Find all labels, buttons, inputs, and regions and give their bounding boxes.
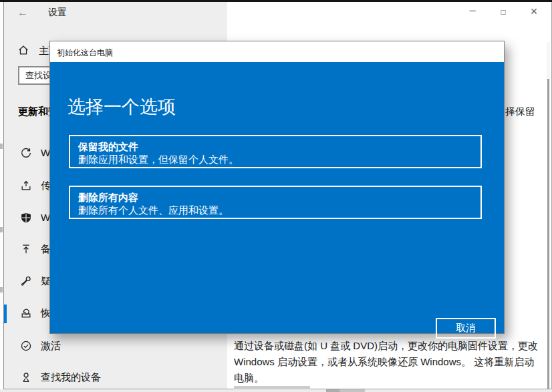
- option-title: 删除所有内容: [78, 191, 472, 204]
- option-description: 删除应用和设置，但保留个人文件。: [78, 153, 472, 166]
- close-button[interactable]: ×: [523, 2, 545, 22]
- cancel-button[interactable]: 取消: [436, 318, 496, 339]
- dialog-body: 选择一个选项 保留我的文件 删除应用和设置，但保留个人文件。 删除所有内容 删除…: [50, 62, 504, 333]
- window-top-border: [0, 0, 552, 2]
- wrench-icon: [20, 275, 32, 287]
- sidebar-item-activation[interactable]: 激活: [4, 337, 227, 356]
- keep-my-files-option[interactable]: 保留我的文件 删除应用和设置，但保留个人文件。: [69, 135, 482, 168]
- maximize-button[interactable]: □: [492, 2, 515, 22]
- taskbar-sliver-segment: [339, 389, 365, 392]
- app-title: 设置: [48, 7, 67, 19]
- screen: ← 设置 ─ □ × 主页 查找设置 更新和安全 Windows 更新 传递优化: [0, 0, 552, 392]
- settings-titlebar: ← 设置 ─ □ ×: [4, 2, 552, 23]
- occluded-page-text: 择保留: [505, 106, 535, 118]
- option-description: 删除所有个人文件、应用和设置。: [78, 204, 472, 216]
- scrollbar-thumb[interactable]: [547, 79, 549, 389]
- check-circle-icon: [20, 340, 32, 352]
- background-text-fragment: [0, 227, 3, 232]
- taskbar-sliver: [0, 389, 552, 392]
- sidebar-item-label: 激活: [41, 340, 61, 353]
- option-title: 保留我的文件: [78, 140, 472, 153]
- home-icon: [17, 44, 29, 56]
- sidebar-item-label: 查找我的设备: [41, 371, 101, 384]
- recovery-icon: [20, 307, 32, 319]
- background-text-fragment: [0, 144, 3, 149]
- reset-this-pc-dialog: 初始化这台电脑 选择一个选项 保留我的文件 删除应用和设置，但保留个人文件。 删…: [49, 41, 505, 334]
- dialog-title: 初始化这台电脑: [57, 47, 113, 59]
- background-window-edge: [0, 2, 4, 389]
- background-text-fragment: [0, 287, 3, 292]
- remove-everything-option[interactable]: 删除所有内容 删除所有个人文件、应用和设置。: [69, 186, 482, 219]
- sync-icon: [20, 147, 32, 159]
- back-icon[interactable]: ←: [15, 5, 31, 21]
- scrollbar[interactable]: [547, 42, 550, 389]
- dialog-titlebar: 初始化这台电脑: [50, 41, 504, 62]
- advanced-startup-description: 通过设备或磁盘(如 U 盘或 DVD)启动，更改你的电脑固件设置，更改 Wind…: [234, 338, 543, 386]
- backup-icon: [20, 243, 32, 255]
- sidebar-item-find-my-device[interactable]: 查找我的设备: [4, 369, 227, 387]
- taskbar-sliver-segment: [326, 389, 339, 392]
- minimize-button[interactable]: ─: [461, 2, 484, 22]
- locate-device-icon: [20, 371, 32, 383]
- delivery-optimization-icon: [20, 180, 32, 192]
- dialog-heading: 选择一个选项: [67, 95, 176, 119]
- selected-item-indicator: [4, 305, 7, 323]
- shield-icon: [20, 212, 32, 224]
